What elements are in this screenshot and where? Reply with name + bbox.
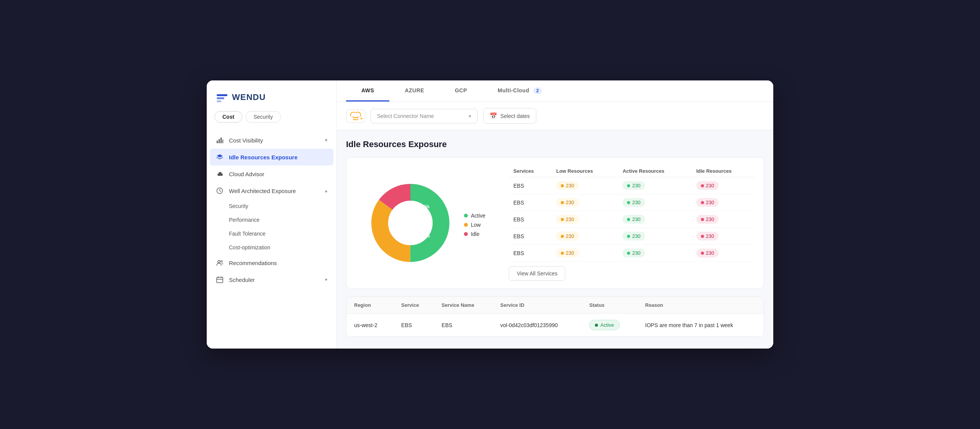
sidebar-item-well-architected[interactable]: Well Architected Exposure ▴ xyxy=(207,182,336,199)
cell-service: EBS xyxy=(509,194,552,211)
chevron-up-icon: ▴ xyxy=(325,188,327,193)
bottom-table-card: Region Service Service Name Service ID S… xyxy=(346,296,764,337)
low-badge: 230 xyxy=(556,215,579,224)
cell-reason: IOPS are more than 7 in past 1 week xyxy=(637,314,764,337)
svg-rect-5 xyxy=(220,138,222,143)
low-badge: 230 xyxy=(556,232,579,241)
cost-tab[interactable]: Cost xyxy=(214,111,242,123)
low-badge: 230 xyxy=(556,198,579,207)
sidebar-item-cost-visibility[interactable]: Cost Visibility ▾ xyxy=(207,132,336,149)
active-badge: 230 xyxy=(622,232,645,241)
idle-badge: 230 xyxy=(696,232,719,241)
status-badge: Active xyxy=(589,320,619,330)
legend-active: Active xyxy=(464,213,485,219)
table-row: EBS 230 230 230 xyxy=(509,194,756,211)
svg-text:50%: 50% xyxy=(389,216,401,222)
sidebar-item-cloud-advisor[interactable]: Cloud Advisor xyxy=(207,165,336,182)
cell-active: 230 xyxy=(618,245,691,262)
cell-region: us-west-2 xyxy=(346,314,394,337)
svg-rect-10 xyxy=(217,277,223,283)
page-title: Idle Resources Exposure xyxy=(346,139,764,149)
col-low-resources: Low Resources xyxy=(552,165,618,177)
col-services: Services xyxy=(509,165,552,177)
cell-service-name: EBS xyxy=(434,314,493,337)
col-status: Status xyxy=(581,297,637,314)
cell-status: Active xyxy=(581,314,637,337)
col-idle-resources: Idle Resources xyxy=(692,165,756,177)
sidebar-label-scheduler: Scheduler xyxy=(229,277,255,283)
legend-low: Low xyxy=(464,222,485,228)
sidebar-label-idle-resources: Idle Resources Exposure xyxy=(229,154,297,160)
svg-rect-6 xyxy=(222,139,223,143)
cell-service: EBS xyxy=(394,314,434,337)
sidebar: WENDU Cost Security Cost Visibility ▾ xyxy=(207,80,337,349)
sidebar-label-cost-optimization: Cost-optimization xyxy=(229,244,270,251)
tab-aws[interactable]: AWS xyxy=(346,80,389,102)
sidebar-item-fault-tolerance[interactable]: Fault Tolerance xyxy=(207,227,336,241)
active-dot xyxy=(464,214,468,218)
cell-service: EBS xyxy=(509,245,552,262)
logo-icon xyxy=(216,91,228,103)
cell-active: 230 xyxy=(618,177,691,194)
idle-badge: 230 xyxy=(696,215,719,224)
sidebar-label-cloud-advisor: Cloud Advisor xyxy=(229,171,265,177)
multicloud-badge: 2 xyxy=(533,87,542,94)
date-select[interactable]: 📅 Select dates xyxy=(483,108,536,124)
sidebar-item-performance[interactable]: Performance xyxy=(207,213,336,227)
col-service-name: Service Name xyxy=(434,297,493,314)
connector-select[interactable]: Select Connector Name ▾ xyxy=(371,109,478,123)
sidebar-label-cost-visibility: Cost Visibility xyxy=(229,137,263,144)
cell-idle: 230 xyxy=(692,245,756,262)
low-badge: 230 xyxy=(556,181,579,190)
sidebar-item-recommendations[interactable]: Recommendations xyxy=(207,254,336,271)
legend-idle: Idle xyxy=(464,231,485,237)
cell-low: 230 xyxy=(552,194,618,211)
tab-group: Cost Security xyxy=(207,111,336,129)
col-service: Service xyxy=(394,297,434,314)
cell-service: EBS xyxy=(509,177,552,194)
connector-chevron-icon: ▾ xyxy=(469,113,471,119)
col-region: Region xyxy=(346,297,394,314)
table-row: EBS 230 230 230 xyxy=(509,245,756,262)
cell-idle: 230 xyxy=(692,211,756,228)
chart-legend: Active Low Idle xyxy=(464,213,485,237)
active-badge: 230 xyxy=(622,181,645,190)
sidebar-item-cost-optimization[interactable]: Cost-optimization xyxy=(207,241,336,254)
aws-logo: aws xyxy=(346,109,365,123)
idle-badge: 230 xyxy=(696,198,719,207)
idle-dot xyxy=(464,232,468,236)
tab-azure[interactable]: AZURE xyxy=(389,80,439,102)
services-table: Services Low Resources Active Resources … xyxy=(509,165,756,281)
table-row: EBS 230 230 230 xyxy=(509,177,756,194)
col-service-id: Service ID xyxy=(493,297,582,314)
layers-icon xyxy=(216,153,224,161)
tab-gcp[interactable]: GCP xyxy=(439,80,482,102)
sidebar-item-scheduler[interactable]: Scheduler ▾ xyxy=(207,271,336,288)
idle-badge: 230 xyxy=(696,249,719,257)
active-badge: 230 xyxy=(622,215,645,224)
donut-chart-area: 50% 35% 15% Active xyxy=(368,181,485,265)
donut-area: 50% 35% 15% Active xyxy=(354,165,500,281)
cell-service: EBS xyxy=(509,228,552,245)
active-badge: 230 xyxy=(622,198,645,207)
sidebar-item-idle-resources[interactable]: Idle Resources Exposure xyxy=(210,149,333,165)
svg-point-8 xyxy=(218,260,220,263)
low-dot xyxy=(464,223,468,227)
toolbar: aws Select Connector Name ▾ 📅 Select dat… xyxy=(337,102,773,130)
chevron-down-icon: ▾ xyxy=(325,138,327,143)
cloud-icon xyxy=(216,170,224,178)
security-tab[interactable]: Security xyxy=(245,111,281,123)
col-reason: Reason xyxy=(637,297,764,314)
svg-text:aws: aws xyxy=(353,118,358,121)
svg-text:15%: 15% xyxy=(420,204,430,210)
active-badge: 230 xyxy=(622,249,645,257)
scheduler-icon xyxy=(216,276,224,283)
cloud-tabs: AWS AZURE GCP Multi-Cloud 2 xyxy=(337,80,773,102)
view-all-services-button[interactable]: View All Services xyxy=(509,266,565,281)
legend-low-label: Low xyxy=(471,222,481,228)
tab-multicloud[interactable]: Multi-Cloud 2 xyxy=(482,80,557,102)
sidebar-item-security[interactable]: Security xyxy=(207,199,336,213)
idle-badge: 230 xyxy=(696,181,719,190)
chart-icon xyxy=(216,136,224,144)
people-icon xyxy=(216,259,224,267)
